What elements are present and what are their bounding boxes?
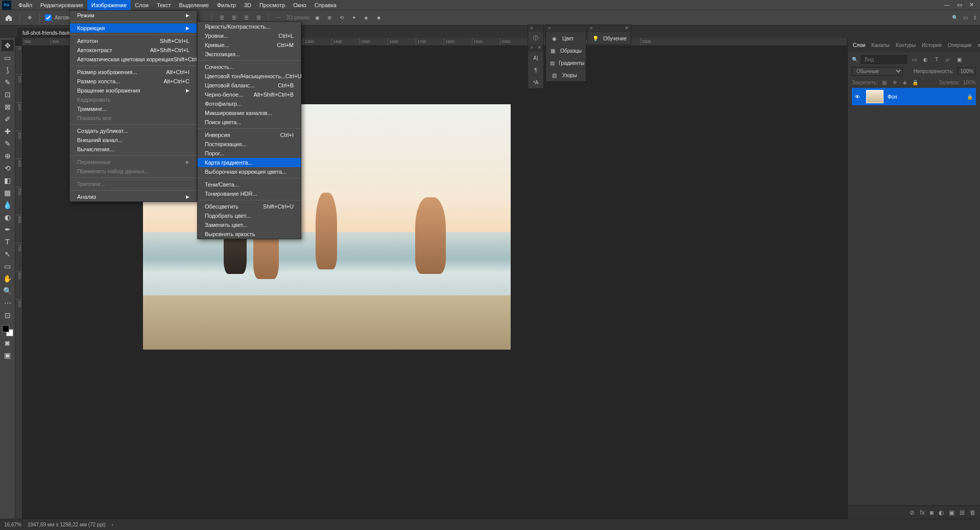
menu-справка[interactable]: Справка: [310, 0, 341, 10]
share-icon[interactable]: ⇪: [973, 15, 977, 20]
panel-tab[interactable]: Контуры: [896, 42, 916, 48]
menu-item[interactable]: Режим▶: [70, 11, 197, 20]
panel-menu-icon[interactable]: ≡: [978, 42, 980, 48]
zoom-value[interactable]: 16,67%: [4, 522, 21, 527]
menu-item[interactable]: Тонирование HDR...: [198, 189, 301, 198]
filter-shape-icon[interactable]: ▱: [944, 56, 952, 64]
menu-item[interactable]: Кривые...Ctrl+M: [198, 40, 301, 50]
menu-item[interactable]: Тени/Света...: [198, 180, 301, 189]
menu-item[interactable]: Сочность...: [198, 62, 301, 72]
layer-lock-icon[interactable]: 🔒: [967, 94, 973, 100]
menu-редактирование[interactable]: Редактирование: [36, 0, 87, 10]
frame-tool[interactable]: ⊠: [2, 101, 14, 112]
filter-smart-icon[interactable]: ▣: [955, 56, 963, 64]
menu-item[interactable]: Размер холста...Alt+Ctrl+C: [70, 77, 197, 86]
blend-mode-select[interactable]: Обычные: [852, 67, 903, 76]
menu-3d[interactable]: 3D: [240, 0, 255, 10]
menu-item[interactable]: Коррекция▶: [70, 24, 197, 33]
zoom-tool[interactable]: 🔍: [2, 285, 14, 296]
history-brush-tool[interactable]: ⟲: [2, 163, 14, 174]
info-icon[interactable]: ⓘ: [532, 34, 540, 42]
character-icon[interactable]: A|: [532, 54, 540, 62]
3d-icon-3[interactable]: ⟲: [337, 13, 346, 22]
close-icon[interactable]: ✕: [969, 2, 974, 8]
panel-tab[interactable]: Слои: [853, 42, 865, 48]
foreground-color[interactable]: [2, 325, 9, 332]
new-layer-icon[interactable]: ⊞: [960, 509, 965, 516]
filter-type-icon[interactable]: T: [933, 56, 941, 64]
layer-item[interactable]: 👁 Фон 🔒: [852, 88, 976, 105]
color-swatch[interactable]: [2, 325, 13, 336]
menu-item[interactable]: Заменить цвет...: [198, 220, 301, 229]
color-panel-item[interactable]: ▤Градиенты: [546, 57, 586, 69]
menu-item[interactable]: Уровни...Ctrl+L: [198, 31, 301, 40]
menu-item[interactable]: Цветовой тон/Насыщенность...Ctrl+U: [198, 72, 301, 81]
panel-tab[interactable]: Каналы: [871, 42, 890, 48]
move-tool[interactable]: ✥: [2, 40, 14, 51]
lasso-tool[interactable]: ⟆: [2, 64, 14, 76]
stamp-tool[interactable]: ⊕: [2, 150, 14, 162]
workspace-icon[interactable]: ▭: [963, 15, 968, 20]
lock-all-icon[interactable]: 🔒: [912, 79, 919, 86]
learn-panel-group[interactable]: »✕ 💡Обучение: [587, 25, 631, 45]
menu-item[interactable]: Карта градиента...: [198, 158, 301, 167]
layer-mask-icon[interactable]: ◙: [930, 509, 934, 516]
menu-item[interactable]: Экспозиция...: [198, 50, 301, 59]
3d-icon-5[interactable]: ◈: [362, 13, 371, 22]
menu-файл[interactable]: Файл: [14, 0, 36, 10]
distribute-icon[interactable]: ☰: [254, 13, 263, 22]
menu-item[interactable]: ОбесцветитьShift+Ctrl+U: [198, 202, 301, 211]
panel-tab[interactable]: Операции: [948, 42, 972, 48]
gradient-tool[interactable]: ▦: [2, 187, 14, 198]
autoselect-checkbox[interactable]: [45, 14, 52, 21]
quick-mask-tool[interactable]: ◙: [2, 337, 14, 349]
menu-item[interactable]: Тримминг...: [70, 104, 197, 113]
menu-item[interactable]: Автоматическая цветовая коррекцияShift+C…: [70, 55, 197, 64]
type-tool[interactable]: T: [2, 236, 14, 247]
maximize-icon[interactable]: ▭: [957, 2, 962, 8]
screen-mode-tool[interactable]: ▣: [2, 350, 14, 361]
filter-adjust-icon[interactable]: ◐: [921, 56, 929, 64]
hand-tool[interactable]: ✋: [2, 273, 14, 284]
layer-style-icon[interactable]: fx: [920, 509, 924, 516]
3d-icon[interactable]: ◉: [313, 13, 322, 22]
brush-tool[interactable]: ✎: [2, 138, 14, 149]
lock-artboard-icon[interactable]: ◆: [901, 79, 909, 86]
menu-текст[interactable]: Текст: [153, 0, 175, 10]
blur-tool[interactable]: 💧: [2, 199, 14, 211]
quick-select-tool[interactable]: ✎: [2, 77, 14, 88]
color-panel-group[interactable]: » ◉Цвет▦Образцы▤Градиенты▨Узоры: [545, 25, 586, 82]
delete-layer-icon[interactable]: 🗑: [970, 509, 976, 516]
edit-toolbar[interactable]: ⊡: [2, 310, 14, 321]
menu-item[interactable]: Выровнять яркость: [198, 229, 301, 239]
3d-icon-6[interactable]: ■: [374, 13, 383, 22]
status-arrow-icon[interactable]: ›: [112, 522, 113, 527]
align-left-icon[interactable]: ☰: [217, 13, 226, 22]
3d-icon-4[interactable]: ✦: [349, 13, 358, 22]
menu-item[interactable]: Постеризация...: [198, 140, 301, 149]
fill-value[interactable]: 100%: [963, 80, 976, 85]
collapsed-panel-group-1[interactable]: » ⓘ »✕ A| ¶ ᴬA: [528, 25, 544, 89]
more-tools[interactable]: ⋯: [2, 297, 14, 309]
eyedropper-tool[interactable]: ✐: [2, 113, 14, 125]
menu-изображение[interactable]: Изображение: [87, 0, 131, 10]
menu-item[interactable]: Микширование каналов...: [198, 108, 301, 118]
menu-окно[interactable]: Окно: [289, 0, 310, 10]
menu-item[interactable]: Размер изображения...Alt+Ctrl+I: [70, 67, 197, 77]
color-panel-item[interactable]: ▦Образцы: [546, 44, 586, 57]
align-center-icon[interactable]: ☰: [229, 13, 238, 22]
path-tool[interactable]: ↖: [2, 248, 14, 260]
color-panel-item[interactable]: ▨Узоры: [546, 69, 586, 81]
pen-tool[interactable]: ✒: [2, 224, 14, 235]
3d-icon-2[interactable]: ⊕: [325, 13, 334, 22]
panel-tab[interactable]: История: [922, 42, 942, 48]
filter-image-icon[interactable]: ▭: [910, 56, 918, 64]
menu-item[interactable]: АвтотонShift+Ctrl+L: [70, 36, 197, 45]
marquee-tool[interactable]: ▭: [2, 52, 14, 63]
color-panel-item[interactable]: ◉Цвет: [546, 32, 586, 44]
menu-слои[interactable]: Слои: [131, 0, 153, 10]
menu-item[interactable]: Подобрать цвет...: [198, 211, 301, 220]
adjustment-layer-icon[interactable]: ◐: [939, 509, 944, 516]
menu-item[interactable]: Фотофильтр...: [198, 99, 301, 108]
paragraph-icon[interactable]: ¶: [532, 66, 540, 74]
